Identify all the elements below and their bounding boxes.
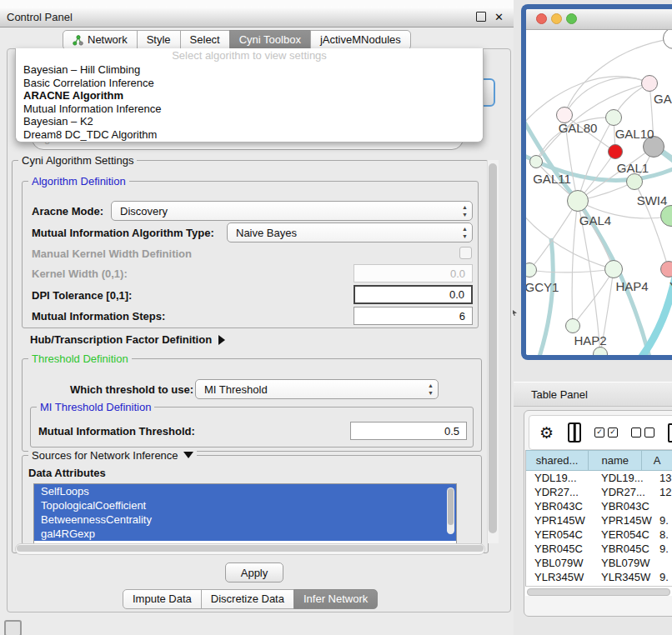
algorithm-option[interactable]: ARACNE Algorithm	[16, 89, 483, 102]
tab-discretize-data[interactable]: Discretize Data	[201, 589, 294, 609]
network-node-gal4[interactable]	[567, 190, 589, 212]
network-node-hap2[interactable]	[565, 318, 580, 333]
tab-cyni-toolbox-label: Cyni Toolbox	[239, 31, 301, 49]
data-attributes-list[interactable]: SelfLoopsTopologicalCoefficientBetweenne…	[33, 483, 457, 545]
collapsed-panel-icon[interactable]	[4, 620, 22, 635]
algorithm-option[interactable]: Basic Correlation Inference	[16, 77, 483, 90]
kernel-width-label: Kernel Width (0,1):	[32, 268, 128, 280]
tab-impute-data-label: Impute Data	[133, 590, 192, 608]
node-label: GAL	[654, 92, 672, 106]
table-cell: YDL19...	[594, 471, 653, 485]
which-threshold-combobox[interactable]: MI Threshold ▲▼	[195, 379, 439, 399]
hide-columns-icon[interactable]	[631, 428, 654, 438]
zoom-traffic-light-icon[interactable]	[566, 13, 577, 24]
table-column-header[interactable]: name	[589, 450, 642, 471]
table-hscrollbar[interactable]	[525, 586, 672, 596]
attribute-item[interactable]: gal4RGexp	[34, 527, 456, 541]
apply-button[interactable]: Apply	[225, 562, 283, 582]
table-toolbar: ⚙ ✓✓	[529, 415, 672, 450]
node-label: SWI4	[637, 193, 668, 208]
mi-algorithm-type-combobox[interactable]: Naive Bayes ▲▼	[227, 222, 473, 242]
show-checked-columns-icon[interactable]: ✓✓	[594, 428, 618, 438]
node-label: GAL1	[617, 161, 649, 175]
table-cell: YBR043C	[526, 499, 594, 513]
tab-style[interactable]: Style	[137, 30, 181, 50]
mi-algorithm-type-label: Mutual Information Algorithm Type:	[32, 227, 214, 239]
column-split-icon[interactable]	[568, 422, 581, 442]
network-view-window[interactable]: GALGAL80GAL10GAL1GAL11GAL4SWI4GCY1HAP4YH…	[521, 4, 672, 360]
settings-hscrollbar-thumb[interactable]	[17, 545, 484, 552]
table-cell: YER054C	[526, 528, 594, 542]
node-label: HAP2	[574, 333, 606, 348]
network-node-gal[interactable]	[641, 75, 658, 92]
tab-jactivemnodules[interactable]: jActiveMNodules	[310, 30, 411, 50]
table-cell: 9.	[653, 542, 672, 556]
algorithm-option[interactable]: Dream8 DC_TDC Algorithm	[16, 128, 483, 142]
table-cell: YPR145W	[594, 513, 653, 528]
table-row[interactable]: YER054CYER054C8.	[526, 528, 672, 542]
table-cell: YLR345W	[526, 570, 594, 584]
attribute-item[interactable]: SelfLoops	[34, 484, 456, 498]
table-cell	[653, 499, 672, 513]
sources-title: Sources for Network Inference	[32, 449, 178, 462]
sources-toggle[interactable]: Sources for Network Inference	[28, 449, 197, 462]
algorithm-option[interactable]: Bayesian – Hill Climbing	[16, 63, 483, 77]
attribute-item[interactable]: TopologicalCoefficient	[34, 498, 456, 512]
algorithm-option[interactable]: Mutual Information Inference	[16, 102, 483, 116]
table-row[interactable]: YDL19...YDL19...13	[526, 471, 672, 485]
network-node-gal1[interactable]	[608, 144, 623, 159]
table-cell: 8.	[653, 528, 672, 542]
settings-hscrollbar[interactable]	[15, 543, 485, 555]
hub-definition-toggle[interactable]: Hub/Transcription Factor Definition	[30, 333, 225, 346]
table-cell: YBL079W	[594, 556, 653, 570]
table-cell: YLR345W	[594, 570, 653, 584]
control-panel-titlebar[interactable]: Control Panel ✕	[0, 7, 514, 28]
tab-cyni-toolbox[interactable]: Cyni Toolbox	[229, 30, 311, 50]
table-row[interactable]: YBL079WYBL079W	[526, 556, 672, 570]
manual-kernel-width-checkbox[interactable]	[459, 247, 472, 259]
tab-impute-data[interactable]: Impute Data	[123, 589, 202, 609]
hub-definition-label: Hub/Transcription Factor Definition	[30, 333, 212, 346]
algorithm-option[interactable]: Bayesian – K2	[16, 115, 483, 128]
network-node-gal11[interactable]	[529, 155, 543, 168]
tab-select[interactable]: Select	[180, 30, 230, 50]
table-header-row: shared...nameA	[526, 450, 672, 471]
table-row[interactable]: YLR345WYLR345W9.	[526, 570, 672, 584]
table-row[interactable]: YPR145WYPR145W9.	[526, 513, 672, 528]
attribute-item[interactable]: BetweennessCentrality	[34, 512, 456, 527]
tab-infer-network[interactable]: Infer Network	[293, 589, 378, 609]
table-column-header[interactable]: A	[642, 450, 672, 471]
mi-threshold-field[interactable]: 0.5	[350, 422, 467, 440]
close-icon[interactable]: ✕	[494, 11, 504, 23]
attributes-vscrollbar-thumb[interactable]	[448, 488, 454, 525]
minimize-traffic-light-icon[interactable]	[551, 13, 562, 24]
network-node-y[interactable]	[660, 261, 672, 278]
network-node-gal10[interactable]	[605, 109, 622, 126]
network-node-hap4[interactable]	[604, 260, 623, 278]
tab-network[interactable]: Network	[63, 30, 138, 50]
aracne-mode-combobox[interactable]: Discovery ▲▼	[111, 201, 473, 221]
table-column-header[interactable]: shared...	[526, 450, 589, 471]
settings-vscrollbar-thumb[interactable]	[489, 163, 497, 533]
tab-infer-network-label: Infer Network	[303, 590, 368, 608]
attributes-vscrollbar[interactable]	[447, 488, 454, 534]
table-row[interactable]: YBR043CYBR043C	[526, 499, 672, 513]
close-traffic-light-icon[interactable]	[536, 13, 547, 24]
settings-vscrollbar[interactable]	[487, 160, 499, 543]
table-hscrollbar-thumb[interactable]	[527, 588, 670, 596]
dpi-tolerance-field[interactable]: 0.0	[354, 285, 473, 304]
kernel-width-field[interactable]: 0.0	[354, 264, 473, 282]
mi-steps-field[interactable]: 6	[354, 307, 473, 325]
table-cell: 12	[653, 485, 672, 499]
table-row[interactable]: YDR27...YDR27...12	[526, 485, 672, 499]
network-window-titlebar[interactable]	[526, 9, 672, 30]
network-node-swi4[interactable]	[626, 173, 643, 190]
float-window-icon[interactable]	[476, 12, 486, 22]
apply-button-label: Apply	[241, 567, 268, 579]
gear-icon[interactable]: ⚙	[539, 423, 554, 442]
node-label: GAL80	[559, 121, 598, 135]
network-canvas[interactable]: GALGAL80GAL10GAL1GAL11GAL4SWI4GCY1HAP4YH…	[526, 30, 672, 355]
table-panel-titlebar[interactable]: Table Panel	[514, 382, 672, 407]
table-row[interactable]: YBR045CYBR045C9.	[526, 542, 672, 556]
document-icon[interactable]	[668, 423, 672, 442]
